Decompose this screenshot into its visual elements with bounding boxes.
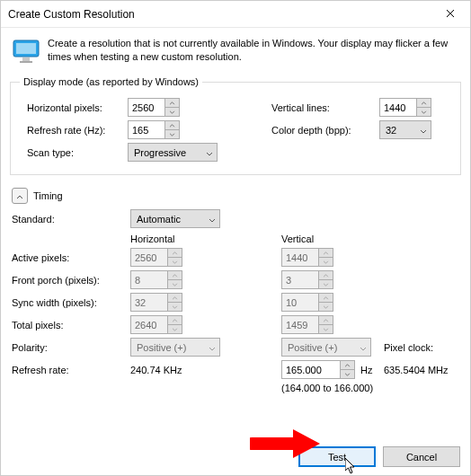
close-icon [446,8,455,21]
refresh-rate-input[interactable] [128,120,180,139]
chevron-down-icon [205,214,216,225]
front-porch-label: Front porch (pixels): [12,275,130,286]
refresh-rate-range: (164.000 to 166.000) [281,383,373,393]
chevron-down-icon [416,125,427,136]
refresh-rate-label: Refresh rate (Hz): [20,125,128,136]
horizontal-pixels-input[interactable] [128,98,180,117]
chevron-up-icon [16,190,23,201]
color-depth-select[interactable]: 32 [379,120,431,139]
svg-rect-2 [22,57,30,61]
monitor-icon [12,37,40,66]
scan-type-label: Scan type: [20,147,128,158]
sync-width-h [130,293,182,312]
cancel-button[interactable]: Cancel [383,446,460,467]
vertical-lines-input[interactable] [379,98,431,117]
sync-width-v [281,293,333,312]
total-pixels-label: Total pixels: [12,320,130,331]
chevron-down-icon [202,147,213,158]
timing-label: Timing [33,190,63,201]
svg-rect-3 [20,61,32,63]
chevron-down-icon [205,342,216,353]
active-pixels-v [281,248,333,267]
color-depth-label: Color depth (bpp): [271,125,379,136]
pixel-clock-label: Pixel clock: [384,342,459,353]
front-porch-v [281,270,333,289]
info-text: Create a resolution that is not currentl… [48,37,459,64]
vertical-header: Vertical [281,234,380,244]
timing-refresh-rate-label: Refresh rate: [12,365,130,375]
svg-rect-1 [16,43,36,54]
display-mode-legend: Display mode (as reported by Windows) [20,76,202,87]
horizontal-header: Horizontal [130,234,281,244]
vertical-lines-label: Vertical lines: [271,102,379,113]
chevron-down-icon [356,342,367,353]
refresh-rate-h-value: 240.74 KHz [130,365,281,375]
polarity-label: Polarity: [12,342,130,353]
window-title: Create Custom Resolution [8,8,430,21]
scan-type-select[interactable]: Progressive [128,143,218,162]
test-button[interactable]: Test [298,446,376,467]
refresh-rate-v-input[interactable] [281,360,355,379]
sync-width-label: Sync width (pixels): [12,297,130,308]
pixel-clock-value: 635.5404 MHz [384,365,459,375]
close-button[interactable] [430,1,470,28]
cursor-icon [345,458,356,476]
active-pixels-h [130,248,182,267]
display-mode-group: Display mode (as reported by Windows) Ho… [10,76,461,175]
total-pixels-h [130,315,182,334]
active-pixels-label: Active pixels: [12,252,130,263]
front-porch-h [130,270,182,289]
polarity-h-select: Positive (+) [130,338,220,357]
timing-group: Timing Standard: Automatic Horizontal Ve… [10,182,461,397]
standard-select[interactable]: Automatic [130,209,220,228]
total-pixels-v [281,315,333,334]
refresh-rate-unit: Hz [360,365,372,375]
standard-label: Standard: [12,214,130,225]
timing-collapse-toggle[interactable] [12,188,28,204]
horizontal-pixels-label: Horizontal pixels: [20,102,128,113]
polarity-v-select: Positive (+) [281,338,371,357]
info-bar: Create a resolution that is not currentl… [10,33,461,71]
